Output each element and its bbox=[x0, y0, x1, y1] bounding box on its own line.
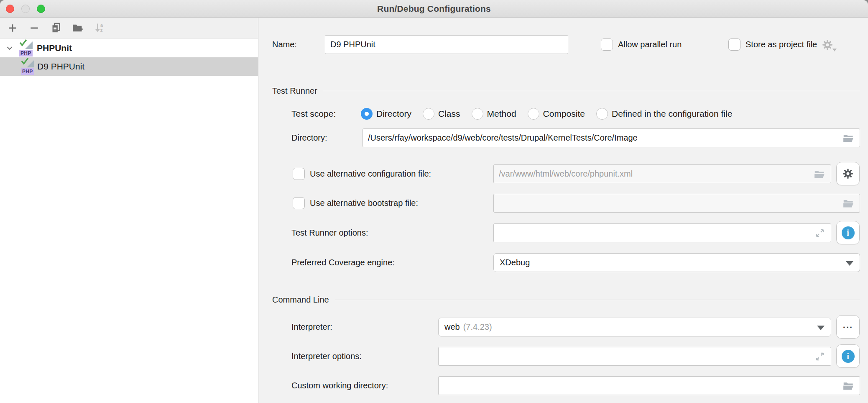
scope-option-label: Class bbox=[438, 109, 460, 119]
directory-field-wrap bbox=[363, 128, 860, 147]
svg-text:z: z bbox=[100, 27, 103, 33]
run-debug-configurations-dialog: Run/Debug Configurations bbox=[0, 0, 868, 403]
use-alt-bootstrap-checkbox[interactable] bbox=[293, 197, 305, 209]
alt-bootstrap-field-wrap bbox=[493, 194, 860, 213]
info-icon: i bbox=[842, 226, 855, 239]
dropdown-caret-icon bbox=[846, 261, 853, 266]
browse-folder-icon[interactable] bbox=[842, 132, 855, 144]
use-alt-bootstrap-label: Use alternative bootstrap file: bbox=[310, 198, 418, 208]
config-settings-button[interactable] bbox=[836, 162, 860, 185]
use-alt-config-option[interactable]: Use alternative configuration file: bbox=[293, 164, 431, 183]
radio-class[interactable] bbox=[423, 108, 434, 120]
alt-bootstrap-input[interactable] bbox=[494, 194, 842, 212]
gear-dropdown-caret bbox=[832, 49, 837, 51]
coverage-engine-dropdown[interactable]: XDebug bbox=[493, 253, 860, 272]
use-alt-config-checkbox[interactable] bbox=[293, 168, 305, 180]
sort-alphabetically-icon[interactable]: a z bbox=[94, 22, 105, 34]
configuration-form: Name: Allow parallel run Store as projec… bbox=[258, 18, 868, 403]
interpreter-more-button[interactable]: ... bbox=[836, 315, 860, 339]
runner-options-info-button[interactable]: i bbox=[836, 221, 860, 244]
test-runner-section-header: Test Runner bbox=[272, 85, 860, 97]
working-directory-field-wrap bbox=[438, 376, 860, 395]
browse-folder-icon[interactable] bbox=[842, 197, 855, 210]
svg-text:a: a bbox=[100, 22, 103, 28]
phpunit-config-icon: PHP bbox=[19, 40, 34, 56]
interpreter-options-info-button[interactable]: i bbox=[836, 344, 860, 368]
radio-defined-in-config[interactable] bbox=[596, 108, 608, 120]
configurations-sidebar: a z PHP PHPUnit PHP D9 PHPUnit bbox=[0, 18, 258, 403]
command-line-section-header: Command Line bbox=[272, 294, 860, 305]
browse-folder-icon[interactable] bbox=[813, 168, 826, 180]
tree-item-label: PHPUnit bbox=[37, 43, 72, 53]
alt-config-input[interactable] bbox=[494, 165, 813, 183]
dropdown-caret-icon bbox=[817, 326, 825, 330]
test-runner-section-title: Test Runner bbox=[272, 86, 317, 96]
store-as-project-file-label: Store as project file bbox=[745, 40, 817, 49]
add-configuration-button[interactable] bbox=[7, 22, 18, 34]
scope-option-label: Defined in the configuration file bbox=[612, 109, 732, 119]
working-directory-input[interactable] bbox=[439, 377, 842, 395]
use-alt-config-label: Use alternative configuration file: bbox=[310, 169, 431, 179]
allow-parallel-run-label: Allow parallel run bbox=[618, 40, 682, 49]
scope-option-label: Method bbox=[487, 109, 516, 119]
expand-field-icon[interactable] bbox=[814, 351, 826, 362]
runner-options-label: Test Runner options: bbox=[291, 228, 368, 238]
copy-configuration-icon[interactable] bbox=[50, 22, 62, 34]
interpreter-version: (7.4.23) bbox=[463, 322, 492, 332]
chevron-down-icon[interactable] bbox=[5, 44, 14, 53]
directory-input[interactable] bbox=[363, 129, 842, 147]
working-directory-label: Custom working directory: bbox=[291, 381, 388, 390]
scope-option-label: Composite bbox=[543, 109, 585, 119]
section-divider bbox=[335, 300, 860, 300]
coverage-engine-label: Preferred Coverage engine: bbox=[291, 258, 395, 267]
coverage-engine-value: XDebug bbox=[500, 258, 530, 267]
expand-field-icon[interactable] bbox=[814, 227, 826, 239]
scope-option-method[interactable]: Method bbox=[472, 108, 516, 120]
interpreter-dropdown[interactable]: web (7.4.23) bbox=[438, 318, 831, 336]
interpreter-label: Interpreter: bbox=[291, 322, 332, 332]
interpreter-options-label: Interpreter options: bbox=[291, 352, 362, 361]
sidebar-toolbar: a z bbox=[0, 18, 258, 39]
name-field-wrap bbox=[325, 35, 568, 54]
remove-configuration-button[interactable] bbox=[28, 22, 40, 34]
ellipsis-icon: ... bbox=[843, 320, 853, 334]
store-options-gear-icon[interactable] bbox=[821, 39, 834, 51]
interpreter-options-field-wrap bbox=[438, 347, 831, 366]
name-input[interactable] bbox=[325, 36, 568, 54]
test-scope-radio-group: Directory Class Method Composite Defined… bbox=[361, 105, 743, 123]
phpunit-config-icon: PHP bbox=[21, 58, 36, 75]
command-line-section-title: Command Line bbox=[272, 295, 329, 305]
use-alt-bootstrap-option[interactable]: Use alternative bootstrap file: bbox=[293, 194, 418, 213]
new-folder-icon[interactable] bbox=[72, 22, 84, 34]
name-label: Name: bbox=[272, 40, 297, 49]
scope-option-defined-in-config[interactable]: Defined in the configuration file bbox=[596, 108, 732, 120]
gear-icon bbox=[842, 167, 854, 180]
radio-method[interactable] bbox=[472, 108, 483, 120]
tree-item-phpunit-group[interactable]: PHP PHPUnit bbox=[0, 39, 258, 57]
window-title: Run/Debug Configurations bbox=[0, 0, 868, 18]
tree-item-label: D9 PHPUnit bbox=[37, 62, 84, 72]
allow-parallel-run-option[interactable]: Allow parallel run bbox=[601, 35, 682, 54]
directory-label: Directory: bbox=[291, 133, 327, 143]
alt-config-field-wrap bbox=[493, 164, 831, 183]
php-badge: PHP bbox=[19, 50, 33, 56]
interpreter-value: web bbox=[444, 322, 460, 332]
scope-option-composite[interactable]: Composite bbox=[528, 108, 585, 120]
store-as-project-file-checkbox[interactable] bbox=[728, 39, 740, 51]
store-as-project-file-option[interactable]: Store as project file bbox=[728, 35, 834, 54]
radio-composite[interactable] bbox=[528, 108, 539, 120]
radio-directory-selected[interactable] bbox=[361, 108, 373, 120]
scope-option-label: Directory bbox=[376, 109, 411, 119]
runner-options-field-wrap bbox=[493, 223, 831, 242]
scope-option-class[interactable]: Class bbox=[423, 108, 460, 120]
scope-option-directory[interactable]: Directory bbox=[361, 108, 411, 120]
runner-options-input[interactable] bbox=[494, 224, 814, 242]
browse-folder-icon[interactable] bbox=[842, 380, 855, 392]
allow-parallel-run-checkbox[interactable] bbox=[601, 39, 613, 51]
php-badge: PHP bbox=[21, 68, 34, 75]
tree-item-d9-phpunit[interactable]: PHP D9 PHPUnit bbox=[0, 57, 258, 76]
titlebar: Run/Debug Configurations bbox=[0, 0, 868, 18]
test-scope-label: Test scope: bbox=[291, 109, 336, 119]
interpreter-options-input[interactable] bbox=[439, 347, 814, 365]
section-divider bbox=[323, 91, 860, 91]
